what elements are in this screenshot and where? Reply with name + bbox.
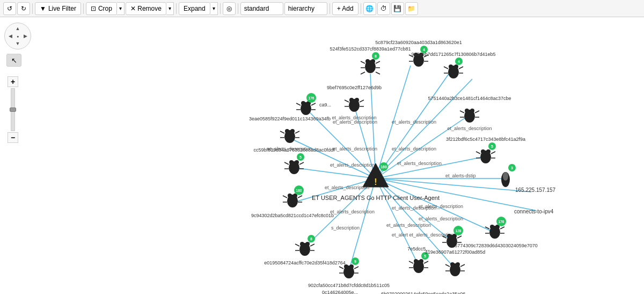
- node-15[interactable]: 176 45774309c72839d6d4303024059e7070: [452, 217, 538, 248]
- folder-button[interactable]: 📁: [405, 2, 418, 15]
- standard-input[interactable]: [240, 2, 283, 15]
- undo-button[interactable]: ↺: [3, 2, 16, 15]
- remove-button[interactable]: ✕ Remove: [126, 2, 166, 15]
- svg-line-170: [424, 261, 428, 263]
- expand-caret[interactable]: ▾: [210, 2, 218, 15]
- node-12-label[interactable]: 165.225.157.157: [515, 187, 556, 193]
- svg-line-160: [354, 267, 358, 269]
- svg-line-121: [298, 196, 302, 198]
- svg-text:160: 160: [296, 189, 302, 192]
- rel-label-desc-2: et_alerts_description: [419, 204, 463, 209]
- node-9[interactable]: 3f212bdf6c5c4717c343e8bfc41a2f9a 5: [446, 137, 525, 163]
- crop-button[interactable]: ⊡ Crop: [86, 2, 117, 15]
- svg-point-58: [301, 102, 311, 115]
- svg-point-105: [289, 161, 299, 174]
- separator-3: [176, 3, 177, 14]
- svg-line-60: [311, 103, 316, 105]
- svg-line-29: [376, 61, 380, 63]
- bottom-label-2: 6b97920002614efa59ee5cada2a35a06: [381, 291, 465, 294]
- edge-label-dstip: et_alerts-dstip: [445, 173, 476, 178]
- svg-point-95: [480, 150, 491, 163]
- node-10[interactable]: cc59bf839d34a6763526e8ad8ac0fddf 5: [253, 147, 335, 174]
- svg-text:319e36907a61272f00ad85d: 319e36907a61272f00ad85d: [425, 249, 486, 255]
- svg-text:et_alerts_description: et_alerts_description: [447, 126, 492, 131]
- live-filter-button[interactable]: ▼ Live Filter: [35, 2, 81, 15]
- node-8[interactable]: 3eae0585f9224f9ed011c134369a34fb et_aler…: [249, 116, 331, 152]
- svg-text:5: 5: [424, 254, 426, 258]
- svg-line-141: [457, 236, 462, 238]
- node-3[interactable]: 9639eb7dd171265c7f130806b7d41eb5 4: [411, 52, 495, 78]
- expand-button[interactable]: Expand: [179, 2, 210, 15]
- connects-to-ipv4-label: connects-to-ipv4: [514, 209, 554, 214]
- svg-point-68: [349, 99, 360, 112]
- node-11[interactable]: 3: [501, 164, 516, 187]
- edge-label-2: et_alerts_description: [392, 119, 436, 125]
- node-6[interactable]: 9bef7695c0e2ff127e6d9b et_alerts_descrip…: [327, 85, 382, 120]
- node-1[interactable]: 524f3fe5152cd337cf8839a1ed77cb81 8: [330, 46, 411, 74]
- node-17[interactable]: 8 e0195084724acffc70e2d35f418d2764: [264, 235, 345, 266]
- bottom-label-1: 0c146264005e...: [322, 290, 358, 294]
- location-button[interactable]: ◎: [223, 2, 236, 15]
- svg-line-106: [284, 162, 289, 164]
- clock-button[interactable]: ⏱: [377, 2, 390, 15]
- svg-line-149: [295, 244, 299, 246]
- svg-text:ca9...: ca9...: [319, 102, 331, 107]
- svg-line-70: [360, 100, 364, 102]
- svg-line-50: [444, 67, 448, 69]
- svg-line-169: [409, 261, 413, 263]
- crop-caret[interactable]: ▾: [117, 2, 125, 15]
- svg-text:9c94302d2ba5cd821ccd1c47efc8c0: 9c94302d2ba5cd821ccd1c47efc8c01b: [251, 213, 334, 218]
- remove-caret[interactable]: ▾: [166, 2, 174, 15]
- svg-text:cc59bf839d34a6763526e8ad8ac0fd: cc59bf839d34a6763526e8ad8ac0fddf: [253, 147, 335, 153]
- hierarchy-input[interactable]: [284, 2, 327, 15]
- svg-text:8: 8: [310, 237, 312, 241]
- edge-label-6: et_alerts_description: [397, 161, 442, 166]
- svg-text:5751440a2b3ce1481cf1464c8ac37c: 5751440a2b3ce1481cf1464c8ac37cbe: [428, 96, 511, 101]
- svg-line-97: [491, 152, 495, 154]
- expand-dropdown: Expand ▾: [179, 2, 218, 15]
- svg-line-17: [349, 178, 376, 271]
- svg-text:3eae0585f9224f9ed011c134369a34: 3eae0585f9224f9ed011c134369a34fb: [249, 116, 331, 121]
- node-20[interactable]: 319e36907a61272f00ad85d: [425, 249, 486, 276]
- crop-icon: ⊡: [91, 5, 96, 12]
- svg-line-87: [280, 131, 284, 133]
- svg-text:3f212bdf6c5c4717c343e8bfc41a2f: 3f212bdf6c5c4717c343e8bfc41a2f9a: [446, 137, 525, 142]
- redo-button[interactable]: ↻: [17, 2, 30, 15]
- svg-line-32: [361, 72, 365, 74]
- svg-text:160: 160: [380, 165, 387, 169]
- graph-canvas[interactable]: ▲ ◀ ● ▶ ▼ ↖ + −: [0, 17, 644, 294]
- add-button[interactable]: + Add: [332, 2, 358, 15]
- svg-point-139: [447, 235, 457, 248]
- svg-point-129: [489, 226, 500, 239]
- save-button[interactable]: 💾: [391, 2, 404, 15]
- svg-text:9bef7695c0e2ff127e6d9b: 9bef7695c0e2ff127e6d9b: [327, 85, 382, 90]
- node-13[interactable]: 160 9c94302d2ba5cd821ccd1c47efc8c01b: [251, 185, 334, 218]
- svg-line-96: [476, 152, 480, 154]
- svg-line-150: [310, 244, 314, 246]
- svg-line-69: [345, 100, 349, 102]
- node-7[interactable]: 5751440a2b3ce1481cf1464c8ac37cbe et_aler…: [428, 96, 511, 131]
- svg-line-33: [376, 72, 380, 74]
- globe-button[interactable]: 🌐: [363, 2, 376, 15]
- separator-5: [238, 3, 238, 14]
- svg-text:128: 128: [456, 229, 462, 233]
- center-label: ET USER_AGENTS Go HTTP Client User-Agent: [312, 195, 440, 201]
- svg-text:!: !: [374, 177, 377, 187]
- svg-text:5c879cf23a60920aa403d3a1d86362: 5c879cf23a60920aa403d3a1d863620e1: [375, 40, 462, 45]
- expand-label: Expand: [184, 5, 206, 12]
- node-5[interactable]: 176 ca9...: [296, 93, 331, 115]
- live-filter-label: Live Filter: [48, 5, 76, 12]
- separator-2: [83, 3, 84, 14]
- separator-1: [32, 3, 33, 14]
- svg-line-179: [445, 264, 450, 267]
- svg-text:45774309c72839d6d4303024059e70: 45774309c72839d6d4303024059e7070: [452, 243, 538, 248]
- graph-svg: ! 160 ET USER_AGENTS Go HTTP Client User…: [0, 17, 644, 294]
- edge-label-10: et_alerts_description: [386, 223, 431, 228]
- svg-text:9639eb7dd171265c7f130806b7d41e: 9639eb7dd171265c7f130806b7d41eb5: [411, 52, 495, 57]
- edge-label-3: et_alerts_description: [333, 146, 377, 152]
- svg-point-114: [503, 172, 508, 181]
- svg-point-86: [284, 130, 295, 143]
- svg-point-77: [464, 110, 475, 123]
- separator-6: [330, 3, 330, 14]
- svg-line-120: [283, 196, 287, 198]
